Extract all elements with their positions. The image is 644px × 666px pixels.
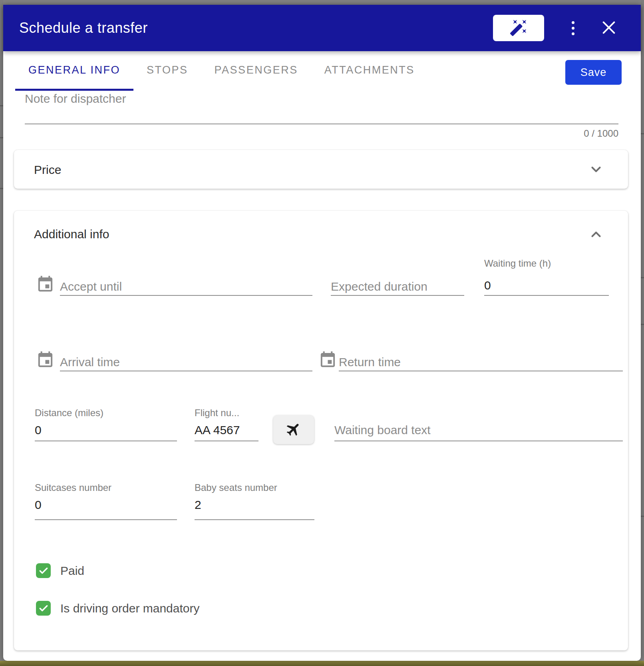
checkbox-checked-icon[interactable]	[36, 601, 51, 616]
kebab-menu-icon	[572, 20, 574, 36]
price-panel-title: Price	[34, 163, 61, 177]
magic-wand-button[interactable]	[493, 15, 544, 41]
calendar-icon[interactable]	[36, 275, 55, 294]
baby-seats-number-value[interactable]: 2	[195, 498, 201, 512]
suitcases-number-value[interactable]: 0	[35, 498, 42, 512]
checkbox-checked-icon[interactable]	[36, 563, 51, 578]
distance-value[interactable]: 0	[35, 423, 42, 437]
price-panel: Price	[14, 150, 628, 189]
return-time-input[interactable]	[339, 371, 623, 371]
waiting-board-placeholder: Waiting board text	[334, 423, 431, 437]
accept-until-input[interactable]	[60, 295, 312, 296]
backdrop-right-strip	[641, 0, 644, 661]
calendar-icon[interactable]	[318, 351, 337, 369]
distance-label: Distance (miles)	[35, 407, 103, 419]
close-icon	[601, 20, 617, 37]
chevron-up-icon	[588, 227, 604, 243]
backdrop-line	[641, 133, 644, 134]
magic-wand-icon	[509, 18, 528, 38]
accept-until-placeholder: Accept until	[60, 280, 122, 293]
waiting-time-input[interactable]	[484, 295, 609, 296]
tab-stops[interactable]: STOPS	[133, 51, 201, 91]
expected-duration-input[interactable]	[331, 295, 464, 296]
flight-number-input[interactable]	[195, 441, 258, 441]
expected-duration-placeholder: Expected duration	[331, 280, 427, 293]
more-options-button[interactable]	[561, 15, 585, 41]
return-time-placeholder: Return time	[339, 355, 401, 369]
chevron-down-icon	[588, 162, 604, 178]
backdrop-line	[0, 188, 3, 189]
dialog-title: Schedule a transfer	[19, 20, 148, 36]
waiting-time-label: Waiting time (h)	[484, 258, 551, 269]
driving-order-mandatory-label: Is driving order mandatory	[60, 602, 200, 615]
schedule-transfer-dialog: Schedule a transfer	[3, 5, 641, 661]
backdrop-line	[0, 105, 3, 106]
additional-info-panel: Additional info Accept until Expected du…	[14, 211, 628, 650]
backdrop-bottom-band	[0, 661, 644, 666]
price-expand-button[interactable]	[585, 158, 607, 181]
paid-checkbox-label: Paid	[60, 564, 84, 578]
tab-attachments[interactable]: ATTACHMENTS	[311, 51, 428, 91]
waiting-time-value[interactable]: 0	[484, 279, 491, 292]
distance-input[interactable]	[35, 441, 177, 441]
calendar-icon[interactable]	[36, 351, 55, 369]
paid-checkbox-row[interactable]: Paid	[36, 563, 84, 578]
backdrop-line	[0, 137, 3, 138]
additional-info-collapse-button[interactable]	[585, 224, 607, 246]
suitcases-number-input[interactable]	[35, 519, 177, 520]
waiting-board-input[interactable]	[334, 441, 623, 441]
baby-seats-number-label: Baby seats number	[195, 482, 277, 493]
flight-number-value[interactable]: AA 4567	[195, 423, 240, 437]
driving-order-mandatory-checkbox-row[interactable]: Is driving order mandatory	[36, 601, 200, 616]
tab-general-info[interactable]: GENERAL INFO	[15, 51, 133, 91]
header-actions	[493, 15, 622, 41]
backdrop-line	[641, 324, 644, 325]
note-for-dispatcher-input[interactable]	[25, 124, 618, 124]
arrival-time-placeholder: Arrival time	[60, 355, 120, 369]
tab-passengers[interactable]: PASSENGERS	[201, 51, 311, 91]
backdrop-line	[641, 277, 644, 278]
dialog-header: Schedule a transfer	[3, 5, 641, 51]
backdrop-line	[641, 516, 644, 517]
save-button[interactable]: Save	[565, 60, 622, 85]
close-dialog-button[interactable]	[596, 15, 622, 41]
flight-lookup-button[interactable]	[273, 415, 314, 444]
baby-seats-number-input[interactable]	[195, 519, 314, 520]
airplane-icon	[285, 421, 302, 439]
flight-number-label: Flight nu...	[195, 407, 239, 419]
page-backdrop: Schedule a transfer	[0, 0, 644, 666]
backdrop-left-strip	[0, 0, 3, 661]
tab-bar: GENERAL INFO STOPS PASSENGERS ATTACHMENT…	[3, 51, 641, 91]
note-character-counter: 0 / 1000	[584, 128, 618, 139]
suitcases-number-label: Suitcases number	[35, 482, 111, 493]
note-for-dispatcher-placeholder: Note for dispatcher	[25, 92, 126, 106]
additional-info-title: Additional info	[34, 227, 109, 241]
arrival-time-input[interactable]	[60, 371, 312, 371]
